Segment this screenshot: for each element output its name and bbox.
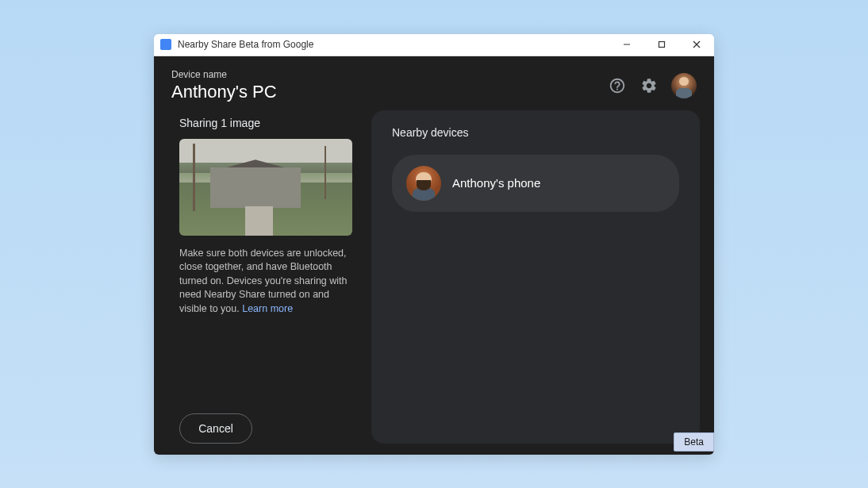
learn-more-link[interactable]: Learn more [242,303,293,314]
help-button[interactable] [608,76,627,95]
nearby-device[interactable]: Anthony's phone [392,155,679,212]
settings-button[interactable] [639,76,659,95]
header: Device name Anthony's PC [154,56,714,110]
preview-path [245,206,273,236]
app-window: Nearby Share Beta from Google Device nam… [154,34,714,455]
app-body: Device name Anthony's PC Shari [154,56,714,455]
cancel-button[interactable]: Cancel [179,413,252,444]
titlebar: Nearby Share Beta from Google [154,34,714,56]
maximize-icon [658,40,666,48]
image-preview [179,139,352,236]
user-avatar[interactable] [671,73,697,98]
sharing-title: Sharing 1 image [179,117,359,129]
header-left: Device name Anthony's PC [171,69,608,102]
window-title: Nearby Share Beta from Google [178,39,616,50]
nearby-panel: Nearby devices Anthony's phone [371,110,700,444]
maximize-button[interactable] [651,37,673,52]
svg-rect-1 [659,42,665,48]
nearby-title: Nearby devices [392,126,679,139]
help-icon [609,77,626,94]
device-name-label: Device name [171,69,608,80]
header-actions [608,73,697,98]
help-text: Make sure both devices are unlocked, clo… [179,247,359,317]
device-avatar [406,166,441,201]
close-icon [693,40,701,48]
avatar-beard [417,180,431,190]
device-name: Anthony's PC [171,82,608,102]
content: Sharing 1 image Make sure both devices a… [154,110,714,455]
close-button[interactable] [686,37,708,52]
minimize-button[interactable] [616,37,638,52]
preview-tree [193,144,195,211]
preview-tree2 [325,146,326,199]
window-controls [616,37,708,52]
beta-badge: Beta [674,432,714,451]
minimize-icon [623,40,631,48]
device-name-text: Anthony's phone [452,176,540,190]
preview-house [210,167,300,208]
share-panel: Sharing 1 image Make sure both devices a… [168,110,359,444]
app-icon [160,39,171,50]
gear-icon [640,77,658,94]
